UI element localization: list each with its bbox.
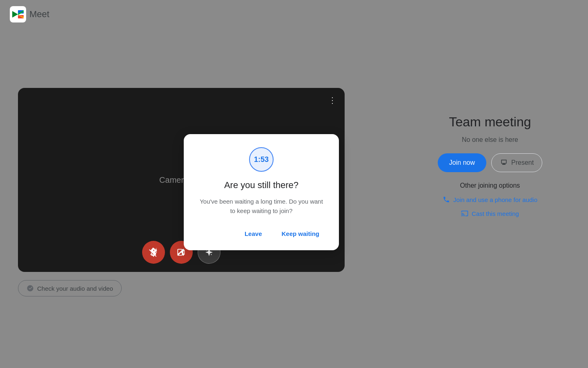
keep-waiting-button[interactable]: Keep waiting: [275, 227, 326, 240]
modal-overlay: 1:53 Are you still there? You've been wa…: [0, 0, 588, 368]
modal-actions: Leave Keep waiting: [197, 227, 326, 240]
leave-button[interactable]: Leave: [238, 227, 269, 240]
countdown-timer: 1:53: [249, 147, 274, 172]
modal-body: You've been waiting a long time. Do you …: [197, 197, 326, 215]
modal-title: Are you still there?: [224, 180, 298, 191]
still-there-dialog: 1:53 Are you still there? You've been wa…: [184, 134, 339, 250]
